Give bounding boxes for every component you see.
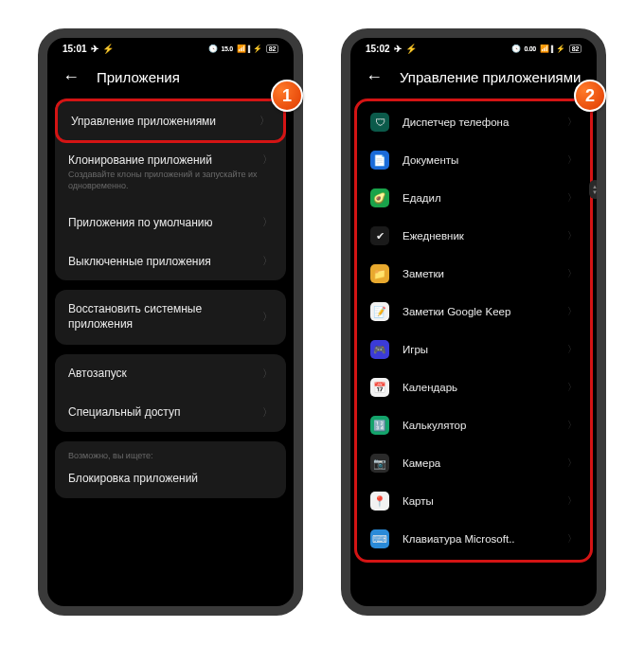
- chevron-right-icon: 〉: [259, 114, 270, 128]
- header: ← Управление приложениями: [350, 59, 597, 99]
- bolt-icon: ⚡: [102, 44, 114, 54]
- chevron-right-icon: 〉: [567, 419, 577, 432]
- bolt-icon: ⚡: [405, 44, 417, 54]
- step-badge-2: 2: [574, 80, 606, 112]
- app-icon: 📄: [370, 151, 389, 170]
- row-autostart[interactable]: Автозапуск 〉: [55, 354, 286, 393]
- telegram-icon: ✈: [91, 44, 98, 54]
- page-title: Приложения: [97, 69, 180, 85]
- app-row[interactable]: ⌨Клавиатура Microsoft..〉: [361, 520, 586, 558]
- row-label: Выключенные приложения: [68, 255, 262, 268]
- app-icon: 🎮: [370, 340, 389, 359]
- app-name: Диспетчер телефона: [402, 116, 554, 128]
- chevron-right-icon: 〉: [567, 532, 577, 546]
- app-row[interactable]: 📁Заметки〉: [361, 255, 586, 293]
- status-indicators: 🕓 0.00 📶 ∥ ⚡82: [511, 45, 581, 53]
- app-name: Карты: [402, 495, 554, 507]
- chevron-right-icon: 〉: [262, 254, 273, 268]
- row-sublabel: Создавайте клоны приложений и запускайте…: [68, 170, 273, 191]
- suggest-label: Возможно, вы ищете:: [55, 441, 286, 464]
- app-name: Калькулятор: [402, 420, 554, 431]
- phone-screen-2: 15:02✈⚡ 🕓 0.00 📶 ∥ ⚡82 ← Управление прил…: [341, 28, 606, 616]
- app-name: Едадил: [402, 192, 554, 204]
- row-label: Клонирование приложений: [68, 153, 262, 167]
- suggest-item[interactable]: Блокировка приложений: [55, 464, 286, 498]
- app-icon: ⌨: [370, 529, 389, 548]
- chevron-right-icon: 〉: [567, 343, 577, 356]
- row-label: Восстановить системные приложения: [68, 302, 262, 332]
- chevron-right-icon: 〉: [567, 229, 577, 242]
- chevron-right-icon: 〉: [262, 367, 273, 381]
- app-row[interactable]: 🔢Калькулятор〉: [361, 406, 586, 444]
- chevron-right-icon: 〉: [567, 191, 577, 205]
- chevron-right-icon: 〉: [567, 494, 577, 508]
- app-row[interactable]: ✔Ежедневник〉: [361, 217, 586, 255]
- app-icon: 📍: [370, 492, 389, 511]
- chevron-right-icon: 〉: [567, 116, 577, 129]
- chevron-right-icon: 〉: [262, 310, 273, 324]
- app-name: Игры: [402, 344, 554, 355]
- app-icon: ✔: [370, 226, 389, 245]
- app-row[interactable]: 📄Документы〉: [361, 141, 586, 179]
- app-name: Документы: [402, 154, 554, 166]
- chevron-right-icon: 〉: [262, 215, 273, 229]
- row-clone-apps[interactable]: Клонирование приложений 〉 Создавайте кло…: [55, 143, 286, 203]
- app-row[interactable]: 🎮Игры〉: [361, 331, 586, 368]
- app-row[interactable]: 📝Заметки Google Keep〉: [361, 293, 586, 331]
- phone-screen-1: 15:01✈⚡ 🕓 15.0 📶 ∥ ⚡82 ← Приложения Упра…: [38, 28, 303, 616]
- status-indicators: 🕓 15.0 📶 ∥ ⚡82: [208, 45, 278, 53]
- app-icon: 🔢: [370, 416, 389, 435]
- row-restore-system[interactable]: Восстановить системные приложения 〉: [55, 290, 286, 344]
- app-row[interactable]: 📅Календарь〉: [361, 368, 586, 406]
- app-row[interactable]: 📍Карты〉: [361, 482, 586, 520]
- back-icon[interactable]: ←: [366, 68, 383, 85]
- chevron-right-icon: 〉: [567, 153, 577, 167]
- app-name: Календарь: [402, 382, 554, 393]
- telegram-icon: ✈: [394, 44, 402, 54]
- row-default-apps[interactable]: Приложения по умолчанию 〉: [55, 203, 286, 242]
- app-icon: 📝: [370, 302, 389, 321]
- chevron-right-icon: 〉: [567, 457, 577, 470]
- page-title: Управление приложениями: [400, 69, 581, 85]
- row-label: Управление приложениями: [71, 115, 259, 128]
- app-row[interactable]: 🥑Едадил〉: [361, 179, 586, 217]
- row-special-access[interactable]: Специальный доступ 〉: [55, 393, 286, 432]
- app-row[interactable]: 📷Камера〉: [361, 444, 586, 482]
- app-name: Клавиатура Microsoft..: [402, 533, 554, 545]
- status-time: 15:02: [366, 44, 390, 54]
- step-badge-1: 1: [271, 80, 303, 112]
- status-bar: 15:01✈⚡ 🕓 15.0 📶 ∥ ⚡82: [47, 38, 294, 59]
- chevron-right-icon: 〉: [567, 381, 577, 394]
- row-label: Приложения по умолчанию: [68, 216, 262, 229]
- row-manage-apps[interactable]: Управление приложениями 〉: [55, 99, 286, 143]
- app-icon: 📷: [370, 454, 389, 473]
- chevron-right-icon: 〉: [567, 305, 577, 318]
- app-name: Камера: [402, 457, 554, 469]
- app-icon: 📅: [370, 378, 389, 397]
- app-icon: 🥑: [370, 188, 389, 207]
- header: ← Приложения: [47, 59, 294, 99]
- app-name: Ежедневник: [402, 230, 554, 242]
- status-time: 15:01: [63, 44, 87, 54]
- row-disabled-apps[interactable]: Выключенные приложения 〉: [55, 242, 286, 280]
- app-name: Заметки Google Keep: [402, 306, 554, 317]
- suggest-box: Возможно, вы ищете: Блокировка приложени…: [55, 441, 286, 498]
- chevron-right-icon: 〉: [262, 152, 273, 167]
- row-label: Автозапуск: [68, 367, 262, 380]
- app-list-highlight: 🛡Диспетчер телефона〉📄Документы〉🥑Едадил〉✔…: [354, 99, 593, 563]
- scroll-indicator[interactable]: ▲▼: [589, 180, 600, 199]
- chevron-right-icon: 〉: [567, 267, 577, 280]
- app-icon: 🛡: [370, 113, 389, 132]
- app-name: Заметки: [402, 268, 554, 279]
- back-icon[interactable]: ←: [63, 68, 80, 85]
- row-label: Специальный доступ: [68, 405, 262, 419]
- app-row[interactable]: 🛡Диспетчер телефона〉: [361, 103, 586, 141]
- chevron-right-icon: 〉: [262, 405, 273, 420]
- status-bar: 15:02✈⚡ 🕓 0.00 📶 ∥ ⚡82: [350, 38, 597, 59]
- app-icon: 📁: [370, 264, 389, 283]
